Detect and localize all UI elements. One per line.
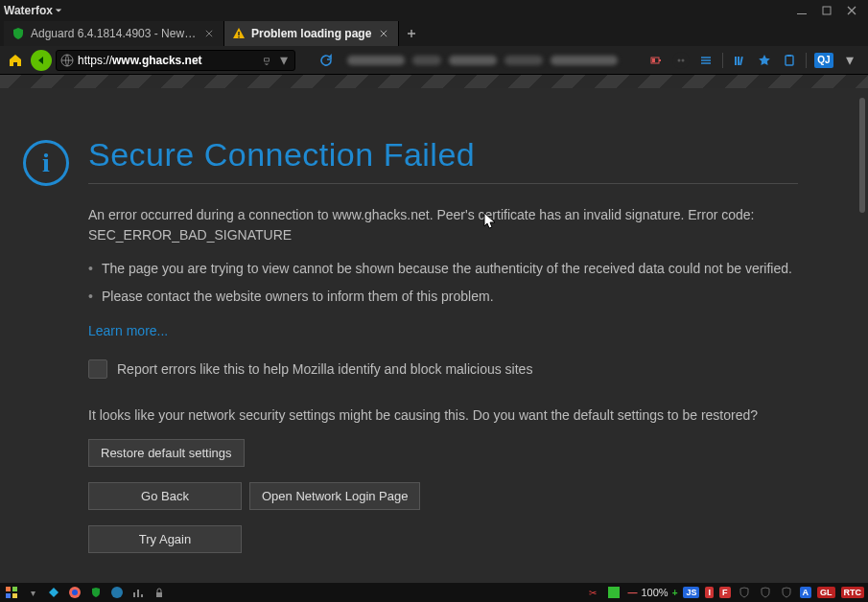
warning-favicon-icon bbox=[232, 27, 246, 40]
title-divider bbox=[88, 183, 798, 184]
blurred-toolbar-region bbox=[341, 53, 638, 68]
gl-badge[interactable]: GL bbox=[817, 587, 835, 598]
shield2-icon[interactable] bbox=[758, 585, 773, 600]
rtc-badge[interactable]: RTC bbox=[841, 587, 865, 598]
lock-icon[interactable] bbox=[152, 585, 167, 600]
diamond-icon[interactable] bbox=[46, 585, 61, 600]
svg-rect-2 bbox=[238, 32, 239, 35]
svg-rect-0 bbox=[797, 13, 807, 14]
vertical-scrollbar[interactable] bbox=[859, 98, 865, 213]
svg-rect-19 bbox=[12, 593, 17, 598]
privacy-mask-icon[interactable] bbox=[672, 52, 690, 69]
info-icon: i bbox=[23, 140, 69, 186]
adguard-favicon-icon bbox=[12, 27, 25, 40]
url-bar[interactable]: https://www.ghacks.net ▾ bbox=[56, 50, 295, 71]
bar-chart-icon[interactable] bbox=[130, 585, 146, 600]
green-box-icon[interactable] bbox=[606, 585, 622, 600]
zoom-in-icon[interactable]: + bbox=[672, 588, 678, 598]
window-maximize-button[interactable] bbox=[814, 2, 839, 19]
taskbar-dropdown-icon[interactable]: ▾ bbox=[25, 585, 40, 600]
report-errors-label: Report errors like this to help Mozilla … bbox=[117, 361, 532, 377]
open-login-page-button[interactable]: Open Network Login Page bbox=[249, 482, 420, 510]
start-button[interactable] bbox=[4, 585, 19, 600]
svg-rect-18 bbox=[6, 593, 11, 598]
plus-icon bbox=[407, 29, 416, 38]
tab-close-button[interactable] bbox=[202, 27, 216, 40]
reload-button[interactable] bbox=[315, 49, 338, 72]
svg-rect-16 bbox=[6, 587, 11, 591]
svg-rect-1 bbox=[823, 7, 831, 14]
library-icon[interactable] bbox=[731, 52, 748, 69]
svg-rect-8 bbox=[652, 58, 655, 62]
svg-rect-27 bbox=[608, 587, 620, 598]
window-minimize-button[interactable] bbox=[789, 2, 814, 19]
app-menu-button[interactable]: Waterfox bbox=[4, 4, 62, 17]
page-content: i Secure Connection Failed An error occu… bbox=[0, 75, 868, 583]
menu-lines-icon[interactable] bbox=[697, 52, 715, 69]
svg-rect-25 bbox=[141, 594, 143, 597]
zoom-percentage: 100% bbox=[641, 587, 668, 598]
tab-error-page[interactable]: Problem loading page bbox=[224, 21, 399, 46]
error-description: An error occurred during a connection to… bbox=[88, 205, 798, 245]
firefox-icon[interactable] bbox=[67, 585, 82, 600]
chevron-down-icon bbox=[55, 7, 62, 14]
restore-defaults-button[interactable]: Restore default settings bbox=[88, 439, 245, 467]
f-badge[interactable]: F bbox=[719, 587, 731, 598]
i-badge[interactable]: I bbox=[705, 587, 714, 598]
learn-more-link[interactable]: Learn more... bbox=[88, 323, 168, 338]
qj-extension-button[interactable]: QJ bbox=[814, 53, 833, 68]
new-tab-button[interactable] bbox=[399, 21, 424, 46]
svg-rect-5 bbox=[265, 58, 270, 60]
network-hint-text: It looks like your network security sett… bbox=[88, 405, 798, 426]
url-text: https://www.ghacks.net bbox=[78, 54, 256, 67]
tab-adguard[interactable]: Adguard 6.4.1814.4903 - News & Upd bbox=[4, 21, 224, 46]
svg-rect-7 bbox=[659, 59, 661, 61]
zoom-control[interactable]: — 100% + bbox=[627, 587, 677, 598]
zoom-out-icon[interactable]: — bbox=[627, 588, 637, 598]
svg-rect-23 bbox=[133, 592, 135, 597]
waterfox-taskbar-icon[interactable] bbox=[109, 585, 125, 600]
report-errors-checkbox[interactable] bbox=[88, 359, 107, 379]
home-button[interactable] bbox=[4, 49, 27, 72]
svg-rect-3 bbox=[238, 36, 239, 37]
battery-icon[interactable] bbox=[647, 52, 665, 69]
svg-rect-24 bbox=[137, 590, 139, 597]
svg-point-9 bbox=[678, 58, 681, 61]
identity-dropdown-icon[interactable] bbox=[260, 52, 273, 69]
svg-rect-15 bbox=[787, 55, 791, 57]
a-badge[interactable]: A bbox=[800, 587, 812, 598]
app-name: Waterfox bbox=[4, 4, 53, 17]
svg-point-10 bbox=[682, 58, 685, 61]
url-dropdown-icon[interactable]: ▾ bbox=[277, 51, 291, 69]
back-button[interactable] bbox=[31, 50, 52, 71]
tab-title: Adguard 6.4.1814.4903 - News & Upd bbox=[31, 27, 197, 40]
toolbar-right-icons: QJ ▾ bbox=[642, 52, 864, 69]
tab-title: Problem loading page bbox=[251, 27, 371, 40]
svg-rect-17 bbox=[12, 587, 17, 591]
star-icon[interactable] bbox=[756, 52, 773, 69]
svg-rect-26 bbox=[156, 592, 162, 597]
overflow-dropdown-icon[interactable]: ▾ bbox=[841, 52, 858, 69]
try-again-button[interactable]: Try Again bbox=[88, 525, 242, 553]
svg-rect-11 bbox=[735, 57, 737, 65]
close-icon bbox=[380, 30, 387, 37]
hazard-stripe bbox=[0, 75, 868, 88]
tab-strip: Adguard 6.4.1814.4903 - News & Upd Probl… bbox=[0, 21, 868, 46]
error-detail-item: Please contact the website owners to inf… bbox=[88, 287, 798, 307]
window-titlebar: Waterfox bbox=[0, 0, 868, 21]
scissors-icon[interactable]: ✂ bbox=[585, 585, 600, 600]
back-arrow-icon bbox=[35, 55, 47, 66]
shield-icon[interactable] bbox=[88, 585, 104, 600]
shield3-icon[interactable] bbox=[779, 585, 794, 600]
error-detail-list: The page you are trying to view cannot b… bbox=[88, 259, 798, 307]
home-icon bbox=[8, 53, 23, 68]
window-close-button[interactable] bbox=[839, 2, 864, 19]
clipboard-icon[interactable] bbox=[781, 52, 798, 69]
navigation-toolbar: https://www.ghacks.net ▾ QJ ▾ bbox=[0, 46, 868, 75]
svg-rect-13 bbox=[739, 56, 743, 64]
js-badge[interactable]: JS bbox=[683, 587, 699, 598]
shield1-icon[interactable] bbox=[737, 585, 752, 600]
reload-icon bbox=[319, 54, 333, 67]
go-back-button[interactable]: Go Back bbox=[88, 482, 242, 510]
tab-close-button[interactable] bbox=[377, 27, 390, 40]
